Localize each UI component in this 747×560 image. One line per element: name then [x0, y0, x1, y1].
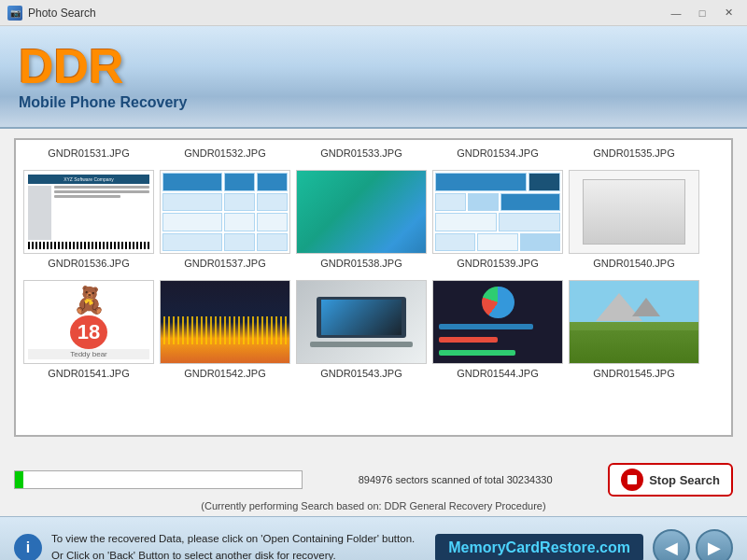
- filename: GNDR01543.JPG: [320, 368, 402, 379]
- back-button[interactable]: ◀: [653, 529, 690, 561]
- app-icon: 📷: [7, 6, 22, 21]
- window-title: Photo Search: [28, 7, 96, 20]
- list-item[interactable]: GNDR01538.JPG: [296, 170, 427, 269]
- info-icon: i: [14, 534, 42, 561]
- list-item[interactable]: GNDR01542.JPG: [160, 280, 290, 379]
- photo-thumbnail: [160, 170, 290, 254]
- filename: GNDR01533.JPG: [320, 147, 402, 159]
- stop-label: Stop Search: [649, 473, 720, 487]
- stop-search-button[interactable]: Stop Search: [608, 463, 733, 497]
- filename: GNDR01532.JPG: [184, 147, 265, 159]
- logo-subtitle: Mobile Phone Recovery: [19, 94, 188, 111]
- stop-icon-inner: [627, 475, 637, 484]
- list-item[interactable]: XYZ Software Company: [23, 170, 154, 269]
- list-item: GNDR01535.JPG: [569, 147, 699, 159]
- close-button[interactable]: ✕: [717, 5, 740, 21]
- filename: GNDR01535.JPG: [593, 147, 674, 159]
- photo-thumbnail: [432, 170, 563, 254]
- photo-thumbnail: [296, 280, 427, 364]
- filename: GNDR01538.JPG: [320, 258, 402, 269]
- list-item: GNDR01532.JPG: [160, 147, 290, 159]
- photo-row-3: 🧸 18 Teddy bear GNDR01541.JPG: [23, 280, 724, 379]
- logo-text: DDR: [19, 42, 188, 91]
- filename: GNDR01541.JPG: [48, 368, 129, 379]
- maximize-button[interactable]: □: [691, 5, 713, 21]
- photo-thumbnail: [160, 280, 290, 364]
- filename: GNDR01544.JPG: [457, 368, 538, 379]
- progress-bar-container: 894976 sectors scanned of total 30234330…: [14, 463, 733, 497]
- progress-status: (Currently performing Search based on: D…: [14, 500, 733, 511]
- app-header: DDR Mobile Phone Recovery: [0, 26, 747, 129]
- photo-grid-scroll[interactable]: GNDR01531.JPG GNDR01532.JPG GNDR01533.JP…: [16, 140, 731, 435]
- brand-label: MemoryCardRestore.com: [435, 534, 643, 561]
- forward-button[interactable]: ▶: [696, 529, 733, 561]
- list-item[interactable]: GNDR01539.JPG: [432, 170, 563, 269]
- progress-section: 894976 sectors scanned of total 30234330…: [0, 455, 747, 516]
- title-bar-left: 📷 Photo Search: [7, 6, 96, 21]
- progress-bar: [14, 470, 303, 489]
- list-item[interactable]: GNDR01545.JPG: [569, 280, 699, 379]
- filename: GNDR01536.JPG: [48, 258, 129, 269]
- filename: GNDR01539.JPG: [457, 258, 538, 269]
- stop-icon: [621, 469, 643, 491]
- list-item[interactable]: GNDR01544.JPG: [432, 280, 563, 379]
- photo-thumbnail: [569, 170, 699, 254]
- photo-thumbnail: [296, 170, 427, 254]
- progress-fill: [15, 471, 23, 488]
- filename: GNDR01531.JPG: [48, 147, 129, 159]
- photo-thumbnail: [432, 280, 563, 364]
- photo-row-2: XYZ Software Company: [23, 170, 724, 269]
- filename: GNDR01540.JPG: [593, 258, 674, 269]
- title-bar: 📷 Photo Search — □ ✕: [0, 0, 747, 26]
- photo-grid-container[interactable]: GNDR01531.JPG GNDR01532.JPG GNDR01533.JP…: [14, 138, 733, 437]
- bottom-info-text: To view the recovered Data, please click…: [51, 531, 426, 560]
- list-item: GNDR01534.JPG: [432, 147, 563, 159]
- photo-thumbnail: 🧸 18 Teddy bear: [23, 280, 154, 364]
- title-bar-controls: — □ ✕: [665, 5, 740, 21]
- filename: GNDR01542.JPG: [184, 368, 265, 379]
- list-item: GNDR01531.JPG: [23, 147, 154, 159]
- photo-thumbnail: XYZ Software Company: [23, 170, 154, 254]
- photo-thumbnail: [569, 280, 699, 364]
- list-item[interactable]: 🧸 18 Teddy bear GNDR01541.JPG: [23, 280, 154, 379]
- nav-buttons: ◀ ▶: [653, 529, 733, 561]
- filename: GNDR01545.JPG: [593, 368, 674, 379]
- filename: GNDR01534.JPG: [457, 147, 538, 159]
- filename: GNDR01537.JPG: [184, 258, 265, 269]
- list-item[interactable]: GNDR01537.JPG: [160, 170, 290, 269]
- list-item: GNDR01533.JPG: [296, 147, 427, 159]
- main-content: GNDR01531.JPG GNDR01532.JPG GNDR01533.JP…: [0, 129, 747, 455]
- app-logo: DDR Mobile Phone Recovery: [19, 42, 188, 111]
- bottom-bar: i To view the recovered Data, please cli…: [0, 516, 747, 560]
- label-row-1: GNDR01531.JPG GNDR01532.JPG GNDR01533.JP…: [23, 147, 724, 159]
- list-item[interactable]: GNDR01543.JPG: [296, 280, 427, 379]
- sectors-text: 894976 sectors scanned of total 30234330: [312, 474, 599, 485]
- list-item[interactable]: GNDR01540.JPG: [569, 170, 699, 269]
- minimize-button[interactable]: —: [665, 5, 687, 21]
